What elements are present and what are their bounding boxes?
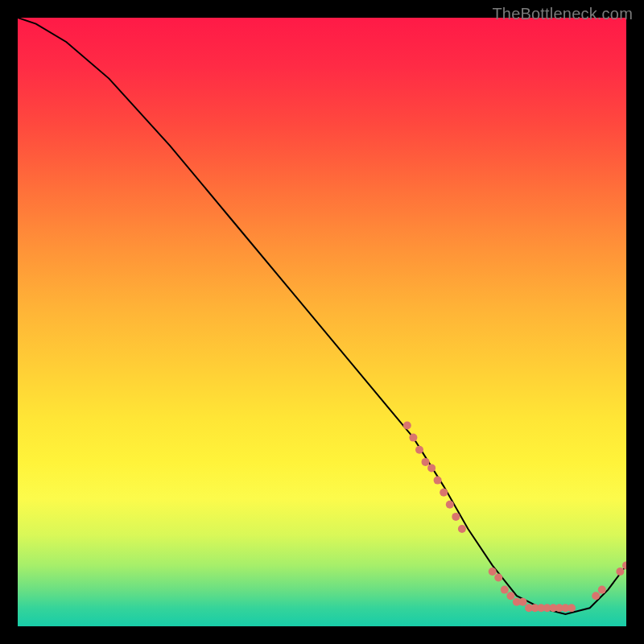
data-point <box>568 604 576 612</box>
data-point <box>446 501 454 509</box>
data-points <box>403 422 626 613</box>
watermark-label: TheBottleneck.com <box>492 5 633 23</box>
data-point <box>501 586 509 594</box>
plot-area <box>18 18 626 626</box>
data-point <box>592 592 600 600</box>
data-point <box>434 477 442 485</box>
data-point <box>616 568 624 576</box>
data-point <box>427 464 436 472</box>
bottleneck-curve <box>18 18 626 614</box>
data-point <box>415 446 423 454</box>
data-point <box>622 561 626 569</box>
data-point <box>403 422 411 430</box>
data-point <box>452 513 460 521</box>
data-point <box>506 592 514 600</box>
data-point <box>409 434 417 442</box>
data-point <box>440 489 448 497</box>
data-point <box>458 525 466 533</box>
data-point <box>489 568 497 576</box>
chart-frame: TheBottleneck.com <box>0 0 644 644</box>
data-point <box>494 574 502 582</box>
data-point <box>519 598 527 606</box>
curve-layer <box>18 18 626 626</box>
data-point <box>422 458 430 466</box>
data-point <box>598 586 606 594</box>
